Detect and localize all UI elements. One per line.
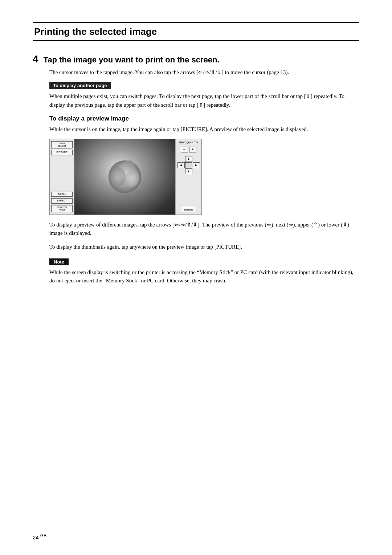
rose-image [74, 139, 175, 215]
btn-creative: CREATIVEPRINT [51, 205, 73, 212]
qty-plus-btn: + [189, 147, 196, 152]
qty-buttons: − + [181, 147, 196, 152]
note-content: While the screen display is switching or… [49, 268, 359, 285]
sub-body-preview: While the cursor is on the image, tap th… [49, 125, 359, 134]
nav-cluster: ▲ ◄ ► ▼ [177, 156, 200, 174]
btn-picture: PICTURE [51, 150, 73, 155]
device-image-area [74, 139, 175, 215]
preview-desc-1: To display a preview of different images… [49, 221, 359, 238]
nav-empty-bl [177, 168, 185, 174]
step-number: 4 [33, 54, 38, 64]
nav-up-btn: ▲ [185, 156, 192, 162]
print-qty-label: PRINT QUANTITY [179, 141, 198, 144]
note-block: Note While the screen display is switchi… [49, 258, 359, 285]
sub-heading-preview: To display a preview image [49, 115, 359, 122]
enter-btn: ENTER [182, 207, 196, 212]
page-footer: 24 GB [33, 533, 46, 540]
device-left-panel: INPUTSELECT PICTURE MENU EFFECT CREATIVE… [50, 139, 74, 215]
nav-down-btn: ▼ [185, 168, 192, 174]
step-line: 4 Tap the image you want to print on the… [33, 54, 359, 65]
nav-empty-tl [177, 156, 185, 162]
nav-empty-tr [193, 156, 200, 162]
note-box-text: When multiple pages exist, you can switc… [49, 92, 359, 109]
step-description: The cursor moves to the tapped image. Yo… [49, 68, 359, 77]
qty-minus-btn: − [181, 147, 188, 152]
device-mockup: INPUTSELECT PICTURE MENU EFFECT CREATIVE… [49, 139, 202, 215]
preview-desc-2: To display the thumbnails again, tap any… [49, 243, 359, 251]
note-label: Note [49, 258, 69, 265]
btn-effect: EFFECT [51, 198, 73, 203]
note-box-label: To display another page [49, 82, 111, 89]
step-title: Tap the image you want to print on the s… [44, 55, 220, 65]
nav-empty-br [193, 168, 200, 174]
section-title: Printing the selected image [33, 26, 359, 37]
page-number: 24 [33, 534, 39, 540]
step-body: The cursor moves to the tapped image. Yo… [49, 68, 359, 285]
page-locale: GB [40, 533, 46, 538]
btn-menu: MENU [51, 192, 73, 197]
section-header: Printing the selected image [33, 22, 359, 41]
btn-input-select: INPUTSELECT [51, 141, 73, 148]
nav-left-btn: ◄ [177, 162, 185, 168]
display-another-page-section: To display another page When multiple pa… [49, 82, 359, 109]
nav-center-btn [185, 162, 192, 168]
device-right-panel: PRINT QUANTITY − + ▲ ◄ ► ▼ [175, 139, 201, 215]
nav-right-btn: ► [193, 162, 200, 168]
